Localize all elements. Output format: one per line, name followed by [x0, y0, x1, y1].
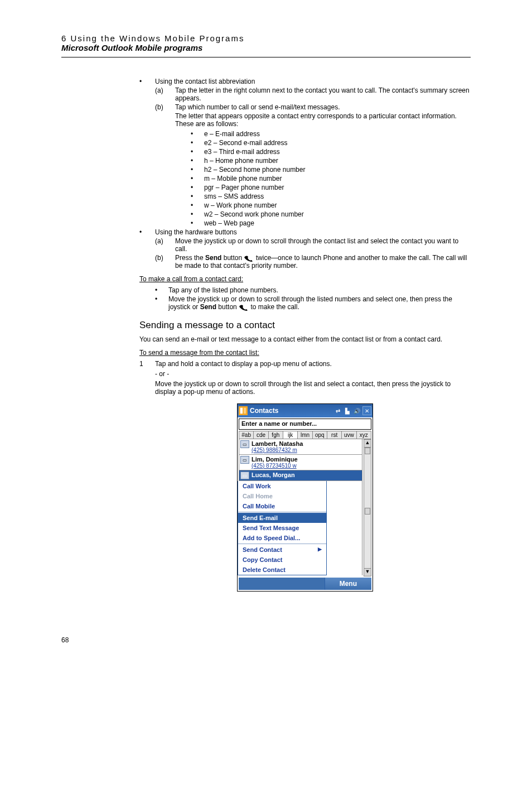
alpha-tab[interactable]: ijk [283, 431, 298, 439]
list-item: •w – Work phone number [191, 201, 471, 209]
submenu-arrow-icon: ▶ [318, 546, 322, 552]
list-item: (b) Tap which number to call or send e-m… [155, 103, 471, 111]
list-item: •web – Web page [191, 219, 471, 227]
alpha-tab[interactable]: cde [254, 431, 268, 439]
phone-icon [239, 304, 249, 311]
contact-row[interactable]: ▭ Lim, Dominique (425) 87234510 w [239, 455, 362, 470]
close-button[interactable]: ✕ [362, 406, 371, 415]
connectivity-icon[interactable]: ⇄ [334, 407, 342, 415]
list-item: • Move the joystick up or down to scroll… [155, 295, 471, 311]
menu-item-copy-contact[interactable]: Copy Contact [238, 555, 326, 565]
paragraph: You can send an e-mail or text message t… [139, 335, 471, 343]
list-item: 1 Tap and hold a contact to display a po… [139, 360, 471, 368]
system-tray: ⇄ ▙ 🔊 ✕ [334, 406, 371, 415]
list-item: •w2 – Second work phone number [191, 210, 471, 218]
list-item: •h – Home phone number [191, 157, 471, 165]
alpha-tab[interactable]: #ab [239, 431, 254, 439]
contact-card-icon: ▭ [240, 472, 249, 479]
alpha-tab[interactable]: fgh [269, 431, 283, 439]
subsection-heading: Sending a message to a contact [139, 320, 471, 331]
menu-softkey[interactable]: Menu [325, 578, 371, 590]
alpha-tabs[interactable]: #ab cde fgh ijk lmn opq rst uvw xyz [239, 431, 371, 439]
list-item: •m – Mobile phone number [191, 175, 471, 182]
paragraph: Move the joystick up or down to scroll t… [155, 380, 471, 396]
scroll-down-button[interactable]: ▼ [364, 568, 371, 576]
list-item: (a) Move the joystick up or down to scro… [155, 237, 471, 253]
procedure-title: To make a call from a contact card: [139, 275, 471, 283]
list-item: (b) Press the Send button twice—once to … [155, 254, 471, 270]
signal-icon[interactable]: ▙ [344, 407, 351, 415]
svg-rect-0 [240, 408, 243, 414]
header-rule [61, 57, 471, 57]
phone-icon [244, 255, 254, 262]
app-icon [239, 406, 248, 415]
scroll-thumb[interactable] [365, 508, 370, 515]
alpha-tab[interactable]: opq [313, 431, 327, 439]
alpha-tab[interactable]: rst [327, 431, 342, 439]
alpha-tab[interactable]: xyz [357, 431, 371, 439]
procedure-title: To send a message from the contact list: [139, 349, 471, 357]
list-item: •pgr – Pager phone number [191, 184, 471, 191]
menu-item-call-mobile[interactable]: Call Mobile [238, 501, 326, 511]
section-title: Microsoft Outlook Mobile programs [61, 43, 471, 52]
menu-item-add-speed-dial[interactable]: Add to Speed Dial... [238, 533, 326, 543]
menu-item-send-email[interactable]: Send E-mail [238, 513, 326, 523]
page-content: • Using the contact list abbreviation (a… [139, 78, 471, 592]
paragraph: The letter that appears opposite a conta… [175, 112, 471, 128]
list-item: •e – E-mail address [191, 130, 471, 138]
list-item: •e3 – Third e-mail address [191, 148, 471, 156]
menu-item-call-home: Call Home [238, 491, 326, 501]
alpha-tab[interactable]: lmn [298, 431, 312, 439]
svg-rect-1 [244, 408, 246, 414]
contacts-screenshot: Contacts ⇄ ▙ 🔊 ✕ Enter a name or number.… [237, 403, 373, 592]
list-item: •sms – SMS address [191, 193, 471, 200]
sound-icon[interactable]: 🔊 [353, 407, 361, 415]
menu-item-call-work[interactable]: Call Work [238, 481, 326, 491]
menu-item-send-text[interactable]: Send Text Message [238, 523, 326, 533]
chapter-title: 6 Using the Windows Mobile Programs [61, 33, 471, 43]
contact-row[interactable]: ▭ Lambert, Natasha (425) 98867432 m [239, 439, 362, 455]
alpha-tab[interactable]: uvw [342, 431, 356, 439]
contact-row-selected[interactable]: ▭ Lucas, Morgan [239, 470, 362, 481]
list-item: • Using the contact list abbreviation [139, 78, 471, 85]
list-item: •h2 – Second home phone number [191, 166, 471, 174]
search-input[interactable]: Enter a name or number... [239, 419, 371, 430]
list-item: • Using the hardware buttons [139, 228, 471, 236]
softkey-bar: Menu [239, 578, 371, 590]
contact-card-icon: ▭ [240, 440, 249, 448]
list-item: •e2 – Second e-mail address [191, 139, 471, 147]
list-item: • Tap any of the listed phone numbers. [155, 286, 471, 294]
list-item: (a) Tap the letter in the right column n… [155, 86, 471, 102]
scroll-thumb[interactable] [365, 448, 370, 454]
contact-list[interactable]: ▭ Lambert, Natasha (425) 98867432 m ▭ Li… [239, 439, 362, 481]
or-separator: - or - [155, 370, 471, 378]
menu-item-send-contact[interactable]: Send Contact▶ [238, 545, 326, 555]
contact-card-icon: ▭ [240, 456, 249, 464]
window-titlebar: Contacts ⇄ ▙ 🔊 ✕ [238, 404, 373, 417]
context-menu[interactable]: Call Work Call Home Call Mobile Send E-m… [238, 481, 327, 575]
menu-item-delete-contact[interactable]: Delete Contact [238, 565, 326, 575]
scrollbar[interactable]: ▲ ▼ [364, 439, 371, 576]
window-title: Contacts [250, 407, 334, 415]
page-number: 68 [61, 636, 471, 644]
scroll-up-button[interactable]: ▲ [364, 440, 371, 448]
